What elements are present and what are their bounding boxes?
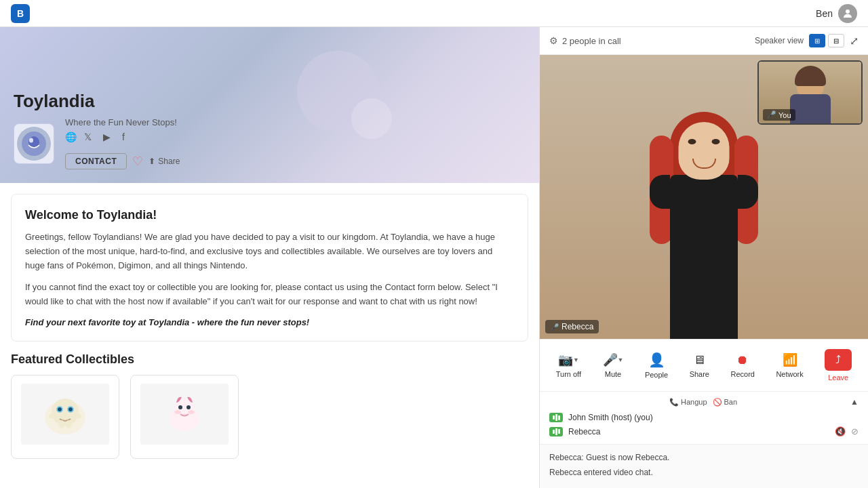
speaker-name-badge: 🎤 Rebecca — [545, 320, 599, 333]
ban-btn[interactable]: 🚫 Ban — [713, 398, 738, 407]
welcome-p2: If you cannot find the exact toy or coll… — [25, 281, 514, 309]
svg-point-10 — [49, 413, 57, 419]
hero-banner: Toylandia Where the Fu — [0, 27, 539, 183]
mic-dropdown-arrow: ▼ — [618, 357, 624, 363]
twitter-icon[interactable]: 𝕏 — [84, 131, 98, 145]
mic-on-icon: 🎤 — [551, 323, 559, 331]
pip-video: 🎤 You — [757, 60, 863, 125]
welcome-section: Welcome to Toylandia! Greetings, fellow … — [11, 194, 528, 342]
record-icon: ⏺ — [736, 353, 749, 367]
top-nav: B Ben — [0, 0, 868, 27]
pip-label: 🎤 You — [763, 109, 795, 121]
product-card-1[interactable] — [11, 375, 119, 459]
hero-right: Where the Fun Never Stops! 🌐 𝕏 ▶ f CONTA… — [65, 117, 180, 169]
svg-point-0 — [846, 9, 850, 14]
product-image-2 — [140, 384, 229, 445]
welcome-title: Welcome to Toylandia! — [25, 208, 514, 222]
participant-2-name: Rebecca — [568, 427, 600, 436]
view-toggle: ⊞ ⊟ — [809, 34, 844, 47]
nav-right: Ben — [816, 4, 857, 23]
share-screen-button[interactable]: 🖥 Share — [684, 350, 715, 381]
brand-logo-inner — [17, 127, 51, 161]
svg-point-16 — [178, 405, 182, 409]
participant-2-indicator — [549, 427, 563, 436]
leave-button[interactable]: ⤴ Leave — [819, 346, 857, 384]
youtube-icon[interactable]: ▶ — [103, 131, 117, 145]
nav-left: B — [11, 4, 30, 23]
app-logo: B — [11, 4, 30, 23]
product-image-1 — [21, 384, 109, 445]
participant-1-left: John Smith (host) (you) — [549, 413, 653, 422]
facebook-icon[interactable]: f — [122, 131, 136, 145]
user-avatar[interactable] — [838, 4, 857, 23]
svg-point-13 — [66, 420, 71, 428]
turn-off-button[interactable]: 📷 ▼ Turn off — [551, 350, 587, 381]
people-count: 2 people in call — [562, 36, 621, 46]
record-button[interactable]: ⏺ Record — [725, 350, 760, 381]
participant-2-left: Rebecca — [549, 427, 600, 436]
participant-1-indicator — [549, 413, 563, 422]
panel-actions: 📞 Hangup 🚫 Ban — [669, 398, 737, 407]
svg-point-12 — [59, 420, 64, 428]
view-label: Speaker view — [755, 36, 804, 45]
list-view-btn[interactable]: ⊟ — [828, 34, 844, 47]
participant-row-2: Rebecca 🔇 ⊘ — [549, 424, 859, 439]
user-name: Ben — [816, 8, 833, 19]
website-panel: Toylandia Where the Fu — [0, 27, 539, 488]
hero-content: Toylandia Where the Fu — [14, 91, 180, 169]
like-button[interactable]: ♡ — [132, 154, 143, 169]
collapse-panel-btn[interactable]: ▲ — [850, 397, 859, 407]
svg-point-9 — [68, 407, 73, 411]
hero-actions: CONTACT ♡ ⬆ Share — [65, 153, 180, 169]
svg-point-7 — [58, 407, 62, 411]
camera-dropdown-arrow: ▼ — [573, 357, 579, 363]
participant-1-name: John Smith (host) (you) — [568, 413, 653, 422]
speaker-name: Rebecca — [561, 322, 593, 331]
phone-icon: 📞 — [669, 398, 679, 407]
mic-icon: 🎤 ▼ — [603, 352, 624, 367]
you-label-mic: 🎤 — [767, 110, 776, 119]
call-header-left: ⚙ 2 people in call — [549, 35, 621, 46]
svg-point-11 — [73, 413, 81, 419]
participants-panel: 📞 Hangup 🚫 Ban ▲ — [540, 391, 868, 444]
panel-header: 📞 Hangup 🚫 Ban ▲ — [549, 397, 859, 407]
chat-msg-1: Rebecca: Guest is now Rebecca. — [549, 451, 859, 464]
expand-btn[interactable]: ⤢ — [850, 35, 859, 47]
main-layout: Toylandia Where the Fu — [0, 27, 868, 488]
svg-point-17 — [186, 405, 191, 409]
featured-section: Featured Collectibles — [11, 352, 528, 459]
social-icons: 🌐 𝕏 ▶ f — [65, 131, 180, 145]
featured-grid — [11, 375, 528, 459]
mute-participant-btn[interactable]: 🔇 — [835, 426, 846, 436]
share-button[interactable]: ⬆ Share — [149, 157, 180, 166]
participant-row-1: John Smith (host) (you) — [549, 411, 859, 424]
product-card-2[interactable] — [130, 375, 239, 459]
chat-area: Rebecca: Guest is now Rebecca. Rebecca e… — [540, 444, 868, 488]
camera-icon: 📷 ▼ — [558, 352, 579, 367]
hangup-btn[interactable]: 📞 Hangup — [669, 398, 707, 407]
people-icon: 👤 — [648, 352, 665, 368]
participant-2-actions: 🔇 ⊘ — [835, 426, 859, 436]
welcome-p1: Greetings, fellow Toylandians! We are gl… — [25, 230, 514, 272]
call-controls: 📷 ▼ Turn off 🎤 ▼ Mute 👤 People — [540, 339, 868, 391]
video-area: 🎤 Rebecca 🎤 You — [540, 55, 868, 339]
hero-subtitle: Where the Fun Never Stops! — [65, 117, 180, 127]
welcome-tagline: Find your next favorite toy at Toylandia… — [25, 317, 514, 327]
mute-button[interactable]: 🎤 ▼ Mute — [597, 350, 629, 381]
block-participant-btn[interactable]: ⊘ — [851, 426, 859, 436]
share-icon: ⬆ — [149, 157, 155, 166]
globe-icon[interactable]: 🌐 — [65, 131, 79, 145]
call-header-right: Speaker view ⊞ ⊟ ⤢ — [755, 34, 859, 47]
contact-button[interactable]: CONTACT — [65, 153, 127, 169]
site-title: Toylandia — [14, 91, 180, 112]
ban-icon: 🚫 — [713, 398, 722, 407]
people-button[interactable]: 👤 People — [639, 349, 673, 382]
hero-info: Where the Fun Never Stops! 🌐 𝕏 ▶ f CONTA… — [14, 117, 180, 169]
share-screen-icon: 🖥 — [693, 353, 705, 367]
network-button[interactable]: 📶 Network — [770, 350, 808, 381]
grid-view-btn[interactable]: ⊞ — [809, 34, 825, 47]
you-label: You — [778, 111, 791, 119]
call-header: ⚙ 2 people in call Speaker view ⊞ ⊟ ⤢ — [540, 27, 868, 55]
featured-title: Featured Collectibles — [11, 352, 528, 367]
settings-icon[interactable]: ⚙ — [549, 35, 558, 46]
